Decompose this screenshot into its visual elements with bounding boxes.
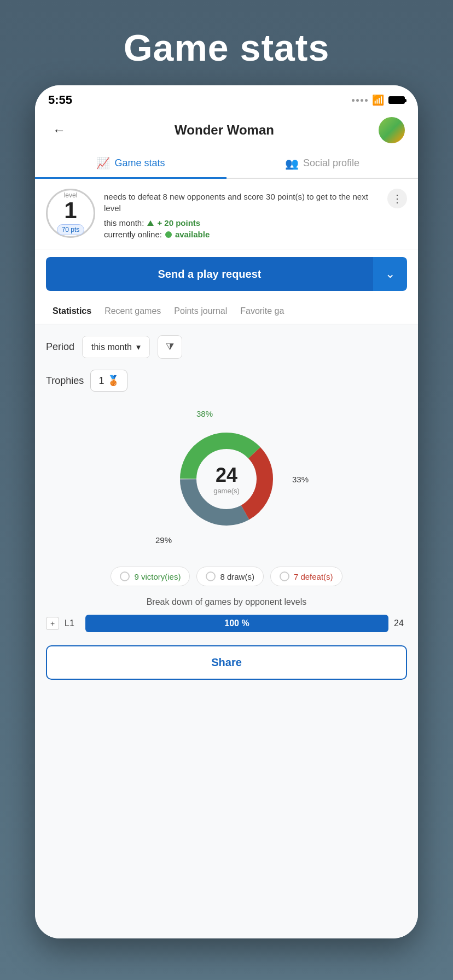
level-info: needs to defeat 8 new opponents and scor… [104,189,379,239]
up-arrow-icon [147,220,154,226]
sub-tabs: Statistics Recent games Points journal F… [35,299,418,324]
play-request-row: Send a play request ⌄ [35,249,418,299]
chevron-down-icon: ▾ [136,342,141,352]
send-play-request-button[interactable]: Send a play request [46,257,373,291]
status-bar: 5:55 📶 [35,85,418,112]
period-row: Period this month ▾ ⧩ [46,335,407,359]
period-label: Period [46,341,74,353]
trophy-icon: 🥉 [107,375,119,387]
online-label: currently online: [104,230,162,239]
stats-content: Period this month ▾ ⧩ Trophies 1 🥉 [35,324,418,938]
battery-icon [388,96,405,104]
page-title: Game stats [124,26,330,69]
social-profile-icon: 👥 [285,157,299,170]
tab-social-profile[interactable]: 👥 Social profile [226,149,418,178]
level-card: level 1 70 pts needs to defeat 8 new opp… [35,179,418,249]
brown-percent-label: 29% [155,535,172,545]
tab-social-profile-label: Social profile [303,158,359,169]
level-tag: L1 [65,619,80,628]
points-value: + 20 points [157,218,200,228]
header-title: Wonder Woman [175,122,274,138]
signal-icon [352,99,368,102]
trophy-badge: 1 🥉 [90,370,127,392]
level-pts: 70 pts [57,224,85,235]
back-button[interactable]: ← [48,118,70,142]
draw-circle-icon [206,571,216,581]
trophies-row: Trophies 1 🥉 [46,370,407,392]
donut-center: 24 game(s) [213,464,240,495]
level-circle: level 1 70 pts [46,189,95,238]
period-value: this month [91,342,132,352]
legend-victory-label: 9 victory(ies) [134,572,181,581]
sub-tab-recent-games[interactable]: Recent games [98,299,167,324]
breakdown-row: + L1 100 % 24 [46,615,407,632]
page-background: Game stats 5:55 📶 ← Wonder Woman [0,0,453,980]
expand-button[interactable]: + [46,617,59,630]
gray-percent-label: 33% [292,475,309,484]
online-dot-icon [165,231,172,238]
sub-tab-favorite-games[interactable]: Favorite ga [234,299,291,324]
level-description: needs to defeat 8 new opponents and scor… [104,191,379,214]
legend-draw[interactable]: 8 draw(s) [196,567,264,586]
trophy-count: 1 [98,375,104,387]
sub-tab-statistics[interactable]: Statistics [46,299,98,324]
donut-label: game(s) [213,487,240,495]
play-request-dropdown-button[interactable]: ⌄ [373,257,407,291]
more-options-button[interactable]: ⋮ [387,189,407,208]
sub-tab-points-journal[interactable]: Points journal [167,299,234,324]
share-button[interactable]: Share [46,645,407,680]
app-header: ← Wonder Woman [35,112,418,143]
online-row: currently online: available [104,230,379,239]
game-stats-icon: 📈 [96,156,110,170]
victory-circle-icon [120,571,130,581]
avatar[interactable] [379,117,405,143]
main-tabs: 📈 Game stats 👥 Social profile [35,149,418,179]
trophies-label: Trophies [46,375,84,387]
filter-button[interactable]: ⧩ [158,335,182,359]
this-month-label: this month: [104,218,144,228]
progress-text: 100 % [224,619,249,628]
breakdown-title: Break down of games by opponent levels [46,597,407,607]
period-select[interactable]: this month ▾ [82,336,150,358]
donut-chart-container: 38% 24 [46,402,407,556]
points-row: this month: + 20 points [104,218,379,228]
phone-frame: 5:55 📶 ← Wonder Woman 📈 Game st [35,85,418,938]
chart-legend: 9 victory(ies) 8 draw(s) 7 defeat(s) [46,567,407,586]
progress-bar: 100 % [85,615,388,632]
legend-victory[interactable]: 9 victory(ies) [111,567,190,586]
defeat-circle-icon [280,571,289,581]
legend-defeat[interactable]: 7 defeat(s) [270,567,342,586]
status-icons: 📶 [352,94,405,106]
tab-game-stats-label: Game stats [114,158,165,169]
legend-defeat-label: 7 defeat(s) [294,572,333,581]
online-status: available [175,230,210,239]
tab-game-stats[interactable]: 📈 Game stats [35,149,226,179]
level-number: 1 [64,199,77,222]
green-percent-label: 38% [196,409,213,418]
status-time: 5:55 [48,93,72,107]
wifi-icon: 📶 [372,94,384,106]
donut-total: 24 [213,464,240,487]
legend-draw-label: 8 draw(s) [220,572,254,581]
progress-count: 24 [394,619,407,628]
